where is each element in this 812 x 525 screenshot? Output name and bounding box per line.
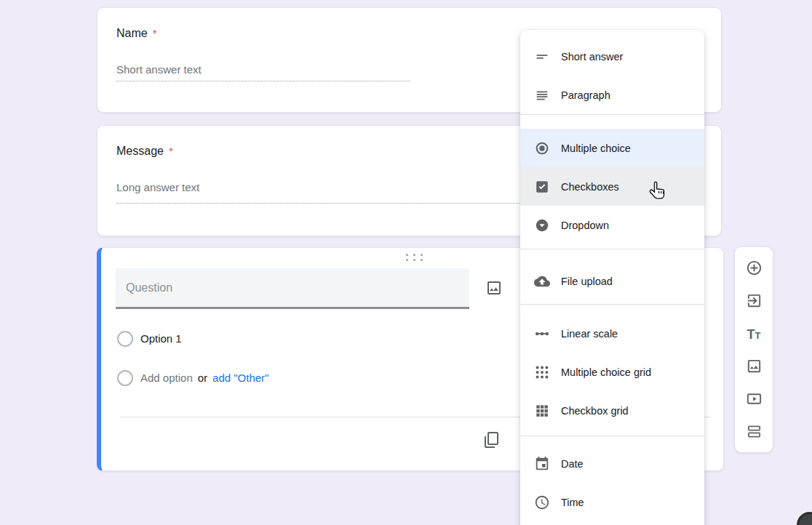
add-title-button[interactable]: TT bbox=[735, 318, 773, 350]
dropdown-icon bbox=[533, 217, 551, 234]
checkboxes-icon bbox=[533, 178, 551, 196]
question-title-input[interactable] bbox=[116, 268, 469, 309]
add-question-button[interactable] bbox=[735, 252, 773, 285]
menu-item-file-upload[interactable]: File upload bbox=[520, 262, 704, 300]
option-radio bbox=[117, 331, 133, 347]
question-title-text: Name bbox=[116, 27, 148, 39]
multiple-choice-icon bbox=[533, 140, 551, 157]
menu-item-multiple-choice-grid[interactable]: Multiple choice grid bbox=[520, 353, 704, 391]
menu-item-checkboxes[interactable]: Checkboxes bbox=[520, 167, 704, 206]
option-label[interactable]: Option 1 bbox=[140, 332, 182, 345]
date-icon bbox=[533, 455, 551, 473]
menu-item-multiple-choice[interactable]: Multiple choice bbox=[520, 129, 704, 167]
add-image-to-question-button[interactable] bbox=[483, 278, 505, 300]
forms-editor-canvas: Name* Short answer text Message* Long an… bbox=[0, 0, 812, 525]
multiple-choice-grid-icon bbox=[533, 364, 551, 381]
required-asterisk: * bbox=[153, 27, 157, 39]
menu-item-time[interactable]: Time bbox=[520, 483, 704, 521]
time-icon bbox=[533, 494, 551, 511]
menu-item-short-answer[interactable]: Short answer bbox=[520, 37, 704, 76]
menu-item-date[interactable]: Date bbox=[520, 444, 704, 483]
add-section-button[interactable] bbox=[735, 416, 773, 449]
answer-underline bbox=[116, 81, 410, 81]
short-answer-icon bbox=[533, 48, 551, 65]
import-questions-button[interactable] bbox=[735, 285, 773, 318]
add-option-row: Add option or add "Other" bbox=[140, 372, 268, 384]
or-text: or bbox=[198, 372, 207, 384]
question-type-menu: Short answer Paragraph Multiple choice bbox=[520, 30, 704, 525]
menu-item-label: Checkboxes bbox=[561, 181, 619, 193]
add-circle-icon bbox=[746, 260, 763, 278]
video-icon bbox=[746, 390, 763, 409]
add-other-link[interactable]: add "Other" bbox=[212, 372, 268, 384]
menu-item-linear-scale[interactable]: Linear scale bbox=[520, 314, 704, 353]
required-asterisk: * bbox=[169, 145, 173, 157]
menu-item-label: Checkbox grid bbox=[561, 405, 629, 417]
insert-toolbar: TT bbox=[735, 247, 773, 452]
add-video-button[interactable] bbox=[735, 383, 773, 416]
add-image-button[interactable] bbox=[735, 350, 773, 383]
menu-item-label: Dropdown bbox=[561, 220, 609, 231]
drag-handle[interactable] bbox=[406, 254, 425, 261]
file-upload-icon bbox=[533, 273, 551, 290]
answer-placeholder: Short answer text bbox=[116, 63, 202, 76]
add-option-radio bbox=[117, 370, 133, 386]
menu-item-label: Linear scale bbox=[561, 328, 618, 340]
menu-item-label: Multiple choice grid bbox=[561, 366, 651, 378]
question-title: Name* bbox=[116, 27, 157, 40]
image-icon bbox=[746, 358, 763, 377]
paragraph-icon bbox=[533, 87, 551, 104]
image-icon bbox=[485, 279, 503, 299]
add-option-button[interactable]: Add option bbox=[140, 372, 193, 384]
menu-item-label: File upload bbox=[561, 276, 613, 287]
import-questions-icon bbox=[746, 292, 763, 311]
section-icon bbox=[746, 423, 763, 442]
duplicate-question-button[interactable] bbox=[481, 430, 503, 452]
menu-item-label: Date bbox=[561, 458, 584, 470]
question-title: Message* bbox=[116, 145, 173, 158]
linear-scale-icon bbox=[533, 325, 551, 342]
title-text-icon: TT bbox=[747, 328, 761, 341]
corner-overlay-button[interactable] bbox=[797, 512, 812, 525]
menu-item-checkbox-grid[interactable]: Checkbox grid bbox=[520, 391, 704, 430]
duplicate-icon bbox=[483, 431, 501, 451]
question-title-text: Message bbox=[116, 145, 164, 157]
menu-item-paragraph[interactable]: Paragraph bbox=[520, 76, 704, 114]
menu-item-label: Paragraph bbox=[561, 89, 610, 101]
menu-item-label: Time bbox=[561, 497, 584, 508]
answer-placeholder: Long answer text bbox=[116, 181, 199, 193]
menu-item-label: Multiple choice bbox=[561, 143, 631, 154]
menu-item-label: Short answer bbox=[561, 51, 623, 63]
checkbox-grid-icon bbox=[533, 402, 551, 420]
menu-item-dropdown[interactable]: Dropdown bbox=[520, 206, 704, 244]
